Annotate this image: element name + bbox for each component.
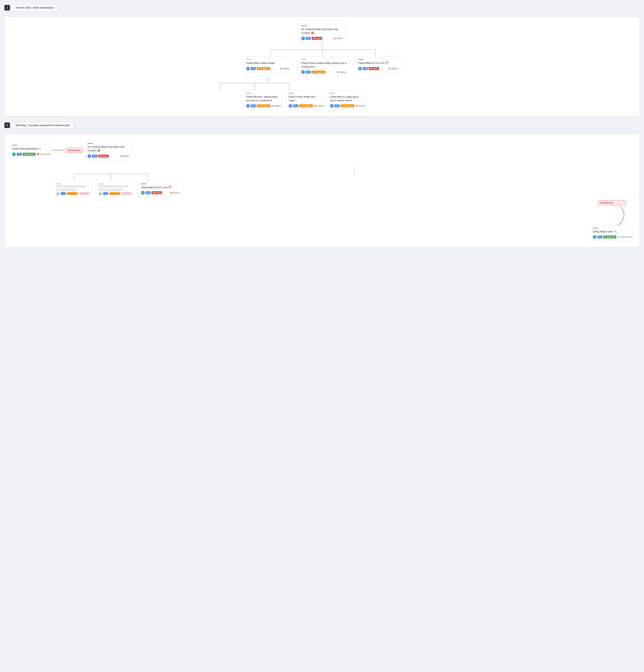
l1-card0-status: In Progress <box>257 67 270 70</box>
card-accent <box>593 228 598 228</box>
l2-card1-footer: P P1 In Progress 🧑‍🍳 Baking <box>289 104 321 108</box>
card-accent <box>330 93 335 94</box>
blurred-badges <box>56 192 90 195</box>
blocked-by-arrow: Blocked by <box>53 148 83 153</box>
make-cookie-dough-card[interactable]: [Task] Make cookie dough P P0 In Progres… <box>243 57 293 73</box>
section-1-tree: [🗒 Project] Make Chocolate Chip Cookies … <box>4 17 640 116</box>
branch-svg-s2 <box>57 173 165 181</box>
card-accent <box>289 93 294 94</box>
shop-card-left: P P1 Completed <box>12 153 36 156</box>
v-connector-s2 <box>9 167 635 173</box>
l1-card1-left: P P1 In Progress <box>301 70 326 74</box>
blurred-accent-1 <box>56 183 61 184</box>
l1-card0-left: P P0 In Progress <box>246 67 270 70</box>
l2-card1-left: P P1 In Progress <box>289 104 313 108</box>
section-2-header: 2 Blocking - Escalate stopped/not starte… <box>4 122 640 128</box>
project-card-s2-left: P P0 Blocked <box>87 154 108 158</box>
blurred-circle <box>56 192 59 195</box>
shop-team: 🧑‍💼 Purchasing <box>37 153 50 156</box>
branch-svg-1 <box>243 49 401 57</box>
blurred-card-2 <box>95 181 135 198</box>
blurred-line <box>98 185 129 188</box>
v-connector-1 <box>268 76 268 83</box>
shop-card-footer: P P1 Completed 🧑‍💼 Purchasing <box>12 153 48 156</box>
l1-card2-p-badge: P0 <box>363 67 368 70</box>
shop-p-badge: P1 <box>17 153 22 156</box>
mix-flour-card[interactable]: [Task] Mix flour, baking soda, and salt … <box>243 90 282 110</box>
card-accent <box>141 183 146 184</box>
project-s2-avatar: P <box>87 154 91 158</box>
v-conn-2 <box>354 167 355 173</box>
section-2-tree: [Task] Shop ingredients 🛒 P P1 Completed… <box>4 134 640 247</box>
l1-card1-p-badge: P1 <box>306 71 311 74</box>
root-card-title: [🗒 Project] Make Chocolate Chip Cookies … <box>301 27 343 35</box>
repair-title: [Task] Repair oven 🔧 <box>593 230 630 233</box>
blocked-by-label: Blocked by <box>66 148 83 153</box>
branch-svg-2 <box>203 83 306 90</box>
l1-card0-team: 🧑‍🍳 Baking <box>280 67 290 70</box>
cream-butter-card[interactable]: [Task] Cream butter and sugar P P1 In Pr… <box>285 90 324 110</box>
l1-card0-title: [Task] Make cookie dough <box>246 61 290 65</box>
card-accent <box>246 59 251 60</box>
project-s2-status: Blocked <box>98 155 109 158</box>
repair-left: P P2 Completed <box>593 235 616 239</box>
l2-card1-p-badge: P1 <box>293 104 298 107</box>
l1-card2-left: P P0 Blocked <box>358 67 379 70</box>
team-icon: 🧑‍🍳 <box>333 37 336 40</box>
section-1: 1 Parent Child - Work Breakdown [🗒 Proje… <box>4 4 640 116</box>
l2-card2-left: P P1 In Progress <box>330 104 354 108</box>
shop-status: Completed <box>23 153 36 156</box>
blurred-badge <box>109 192 120 195</box>
root-status-badge: Blocked <box>312 37 322 40</box>
blurred-badge-right <box>122 192 132 195</box>
l2-card0-p-badge: P1 <box>251 104 256 107</box>
bake-card-s2[interactable]: [Task] Bake for 9-11 min ⏰ P P0 Blocked … <box>138 181 183 197</box>
mix-eggs-card[interactable]: [Task] Mix in 2 eggs and a tsp of vanill… <box>327 90 365 110</box>
root-card[interactable]: [🗒 Project] Make Chocolate Chip Cookies … <box>298 23 346 43</box>
bake-s2-footer: P P0 Blocked 🧑‍🍳 Baking <box>141 191 180 195</box>
blurred-badge <box>103 192 108 195</box>
card-accent <box>301 25 306 26</box>
l1-card0-p-badge: P0 <box>251 67 256 70</box>
bake-s2-team: 🧑‍🍳 Baking <box>170 191 180 194</box>
l2-card0-avatar: P <box>246 104 250 108</box>
section-1-title: Parent Child - Work Breakdown <box>12 4 58 11</box>
l2-card1-status: In Progress <box>299 104 313 107</box>
l1-card2-avatar: P <box>358 67 362 70</box>
repair-oven-card[interactable]: [Task] Repair oven 🔧 P P2 Completed 🔧 Ma… <box>590 225 633 241</box>
shop-card[interactable]: [Task] Shop ingredients 🛒 P P1 Completed… <box>9 142 51 158</box>
blurred-badge <box>67 192 78 195</box>
l2-card2-team: 🧑‍🍳 Baking <box>355 105 365 107</box>
card-accent <box>246 93 251 94</box>
l2-card0-left: P P1 In Progress <box>246 104 270 108</box>
bake-s2-title: [Task] Bake for 9-11 min ⏰ <box>141 185 180 189</box>
project-card-s2[interactable]: [🗒 Project] Make Chocolate Chip Cookies … <box>84 140 132 160</box>
blurred-line <box>56 185 86 188</box>
l1-card2-footer: P P0 Blocked 🧑‍🍳 Baking <box>358 67 398 70</box>
level1-card-1: [Task] Scoop cookie dough evenly onto a … <box>298 57 350 76</box>
branch-area-s2 <box>9 173 635 181</box>
l1-card2-title: [Task] Bake for 9-11 min ⏰ <box>358 61 398 65</box>
l1-card1-footer: P P1 In Progress 🧑‍🍳 Baking <box>301 70 347 74</box>
card-accent <box>301 59 306 60</box>
bake-s2-avatar: P <box>141 191 145 195</box>
l2-card1-title: [Task] Cream butter and sugar <box>289 95 321 102</box>
l2-card2-status: In Progress <box>341 104 354 107</box>
l2-card2-footer: P P1 In Progress 🧑‍🍳 Baking <box>330 104 362 108</box>
l1-card0-avatar: P <box>246 67 250 70</box>
blurred-badge-right <box>79 192 90 195</box>
repair-p-badge: P2 <box>597 236 602 238</box>
blocked-by-bottom: Blocked by [Task] Repair oven 🔧 <box>9 199 635 241</box>
repair-avatar: P <box>593 235 596 239</box>
shop-card-title: [Task] Shop ingredients 🛒 <box>12 147 48 151</box>
level1-card-2: [Task] Bake for 9-11 min ⏰ P P0 Blocked … <box>355 57 401 76</box>
l1-card2-status: Blocked <box>368 67 379 70</box>
blurred-line <box>56 189 76 191</box>
l2-card0-status: In Progress <box>257 104 270 107</box>
scoop-card[interactable]: [Task] Scoop cookie dough evenly onto a … <box>298 57 350 76</box>
l2-card2-avatar: P <box>330 104 334 108</box>
root-avatar: P <box>301 36 305 40</box>
bake-card-s1[interactable]: [Task] Bake for 9-11 min ⏰ P P0 Blocked … <box>355 57 401 73</box>
blocking-row: [Task] Shop ingredients 🛒 P P1 Completed… <box>9 140 635 160</box>
shop-avatar: P <box>12 153 16 156</box>
